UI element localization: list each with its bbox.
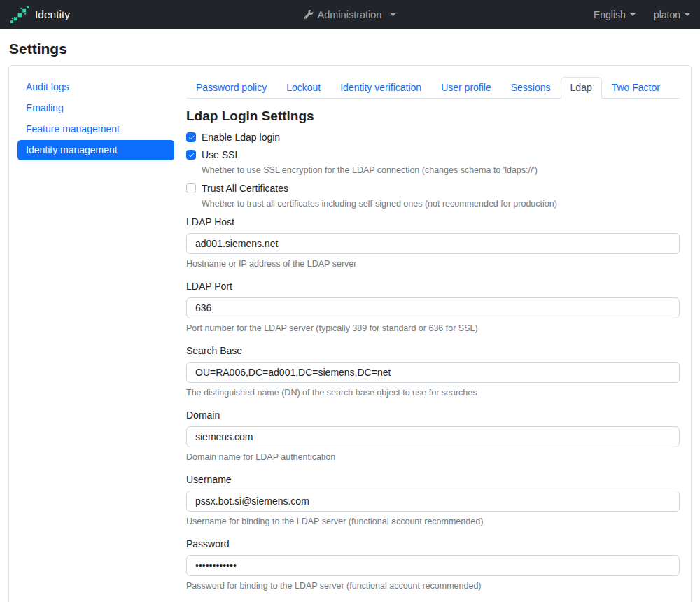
trust-certs-row: Trust All Certificates — [186, 183, 680, 194]
tab-lockout[interactable]: Lockout — [276, 77, 330, 99]
use-ssl-checkbox[interactable] — [186, 150, 196, 160]
sidebar-item-emailing[interactable]: Emailing — [18, 98, 174, 118]
checkmark-icon — [188, 151, 195, 159]
ldap-host-label: LDAP Host — [186, 216, 680, 227]
enable-ldap-label[interactable]: Enable Ldap login — [202, 132, 280, 143]
app-title: Identity — [35, 8, 70, 21]
search-base-input[interactable] — [186, 362, 680, 383]
settings-content: Password policy Lockout Identity verific… — [186, 77, 680, 602]
username-help: Username for binding to the LDAP server … — [186, 517, 680, 526]
domain-help: Domain name for LDAP authentication — [186, 452, 680, 462]
ldap-settings-heading: Ldap Login Settings — [186, 108, 680, 124]
settings-tabs: Password policy Lockout Identity verific… — [186, 77, 680, 99]
tab-ldap[interactable]: Ldap — [561, 77, 602, 99]
sidebar-item-identity-management[interactable]: Identity management — [18, 140, 174, 160]
search-base-group: Search Base The distinguished name (DN) … — [186, 345, 680, 398]
caret-down-icon — [685, 13, 690, 16]
caret-down-icon — [390, 13, 396, 16]
user-menu[interactable]: platon — [654, 9, 690, 20]
trust-certs-checkbox[interactable] — [186, 183, 196, 193]
trust-certs-label[interactable]: Trust All Certificates — [202, 183, 288, 194]
use-ssl-help: Whether to use SSL encryption for the LD… — [202, 165, 680, 175]
checkmark-icon — [188, 134, 195, 141]
username-input[interactable] — [186, 491, 680, 512]
tab-identity-verification[interactable]: Identity verification — [330, 77, 431, 99]
ldap-port-input[interactable] — [186, 298, 680, 318]
password-help: Password for binding to the LDAP server … — [186, 581, 680, 591]
domain-input[interactable] — [186, 426, 680, 447]
caret-down-icon — [630, 13, 636, 16]
search-base-help: The distinguished name (DN) of the searc… — [186, 388, 680, 398]
use-ssl-row: Use SSL — [186, 149, 680, 160]
ldap-host-group: LDAP Host Hostname or IP address of the … — [186, 216, 680, 269]
wrench-icon — [304, 10, 314, 19]
search-base-label: Search Base — [186, 345, 680, 356]
language-menu[interactable]: English — [594, 9, 636, 20]
tab-user-profile[interactable]: User profile — [431, 77, 501, 99]
administration-label: Administration — [318, 9, 382, 20]
password-input[interactable] — [186, 555, 680, 576]
administration-menu[interactable]: Administration — [304, 0, 396, 29]
sidebar-item-feature-management[interactable]: Feature management — [18, 119, 174, 139]
username-label: platon — [654, 9, 680, 20]
tab-sessions[interactable]: Sessions — [501, 77, 561, 99]
password-label: Password — [186, 538, 680, 550]
navbar: Identity Administration English platon — [0, 0, 700, 29]
domain-label: Domain — [186, 410, 680, 421]
settings-card: Audit logs Emailing Feature management I… — [8, 65, 692, 602]
ldap-host-help: Hostname or IP address of the LDAP serve… — [186, 259, 680, 269]
trust-certs-help: Whether to trust all certificates includ… — [202, 199, 680, 209]
language-label: English — [594, 9, 626, 20]
page-title: Settings — [9, 41, 700, 57]
settings-sidebar: Audit logs Emailing Feature management I… — [18, 77, 174, 602]
app-logo-icon — [10, 5, 29, 24]
ldap-port-group: LDAP Port Port number for the LDAP serve… — [186, 281, 680, 333]
domain-group: Domain Domain name for LDAP authenticati… — [186, 410, 680, 462]
use-ssl-label[interactable]: Use SSL — [202, 149, 240, 160]
username-label: Username — [186, 474, 680, 485]
sidebar-item-audit-logs[interactable]: Audit logs — [18, 77, 174, 97]
username-group: Username Username for binding to the LDA… — [186, 474, 680, 526]
password-group: Password Password for binding to the LDA… — [186, 538, 680, 591]
enable-ldap-checkbox[interactable] — [186, 132, 196, 142]
ldap-host-input[interactable] — [186, 233, 680, 254]
tab-two-factor[interactable]: Two Factor — [602, 77, 670, 99]
ldap-port-label: LDAP Port — [186, 281, 680, 292]
app-brand[interactable]: Identity — [10, 5, 70, 24]
tab-password-policy[interactable]: Password policy — [186, 77, 276, 99]
enable-ldap-row: Enable Ldap login — [186, 132, 680, 143]
navbar-right: English platon — [594, 9, 690, 20]
ldap-port-help: Port number for the LDAP server (typical… — [186, 323, 680, 333]
